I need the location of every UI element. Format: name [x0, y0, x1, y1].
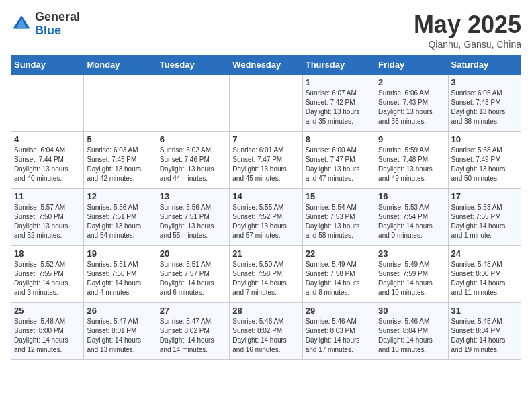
- calendar-cell: 25Sunrise: 5:48 AM Sunset: 8:00 PM Dayli…: [11, 303, 84, 360]
- day-info: Sunrise: 6:03 AM Sunset: 7:45 PM Dayligh…: [87, 146, 153, 183]
- day-info: Sunrise: 6:06 AM Sunset: 7:43 PM Dayligh…: [378, 89, 445, 126]
- day-info: Sunrise: 5:54 AM Sunset: 7:53 PM Dayligh…: [306, 203, 372, 240]
- day-info: Sunrise: 5:48 AM Sunset: 8:00 PM Dayligh…: [14, 317, 81, 355]
- day-info: Sunrise: 5:47 AM Sunset: 8:01 PM Dayligh…: [87, 317, 153, 355]
- calendar-cell: 13Sunrise: 5:56 AM Sunset: 7:51 PM Dayli…: [157, 189, 229, 246]
- calendar-cell: 15Sunrise: 5:54 AM Sunset: 7:53 PM Dayli…: [302, 189, 375, 246]
- day-number: 15: [306, 191, 372, 201]
- day-number: 8: [306, 134, 372, 144]
- calendar-cell: 8Sunrise: 6:00 AM Sunset: 7:47 PM Daylig…: [302, 132, 375, 189]
- logo-blue-text: Blue: [35, 24, 80, 38]
- calendar-cell: 14Sunrise: 5:55 AM Sunset: 7:52 PM Dayli…: [230, 189, 302, 246]
- day-info: Sunrise: 5:52 AM Sunset: 7:55 PM Dayligh…: [14, 260, 81, 298]
- calendar-cell: 3Sunrise: 6:05 AM Sunset: 7:43 PM Daylig…: [448, 75, 521, 132]
- day-number: 18: [14, 248, 81, 259]
- calendar-cell: 28Sunrise: 5:46 AM Sunset: 8:02 PM Dayli…: [230, 303, 302, 360]
- day-number: 25: [14, 306, 81, 316]
- weekday-header-thursday: Thursday: [302, 56, 375, 75]
- weekday-header-friday: Friday: [375, 56, 448, 75]
- calendar-cell: 23Sunrise: 5:49 AM Sunset: 7:59 PM Dayli…: [375, 246, 448, 303]
- day-info: Sunrise: 6:00 AM Sunset: 7:47 PM Dayligh…: [306, 146, 372, 183]
- calendar-cell: 26Sunrise: 5:47 AM Sunset: 8:01 PM Dayli…: [84, 303, 157, 360]
- day-info: Sunrise: 5:46 AM Sunset: 8:03 PM Dayligh…: [306, 317, 372, 355]
- calendar-cell: 5Sunrise: 6:03 AM Sunset: 7:45 PM Daylig…: [84, 132, 157, 189]
- calendar-cell: 19Sunrise: 5:51 AM Sunset: 7:56 PM Dayli…: [84, 246, 157, 303]
- day-number: 16: [378, 191, 445, 201]
- day-info: Sunrise: 5:49 AM Sunset: 7:59 PM Dayligh…: [378, 260, 445, 298]
- day-number: 17: [451, 191, 518, 201]
- day-number: 11: [14, 191, 81, 201]
- calendar-cell: [11, 75, 84, 132]
- calendar-cell: 2Sunrise: 6:06 AM Sunset: 7:43 PM Daylig…: [375, 75, 448, 132]
- day-info: Sunrise: 5:47 AM Sunset: 8:02 PM Dayligh…: [160, 317, 226, 355]
- day-number: 29: [306, 306, 372, 316]
- day-info: Sunrise: 5:55 AM Sunset: 7:52 PM Dayligh…: [232, 203, 299, 240]
- logo-text: General Blue: [35, 11, 80, 38]
- calendar-cell: 4Sunrise: 6:04 AM Sunset: 7:44 PM Daylig…: [11, 132, 84, 189]
- calendar-cell: 6Sunrise: 6:02 AM Sunset: 7:46 PM Daylig…: [157, 132, 229, 189]
- day-info: Sunrise: 6:02 AM Sunset: 7:46 PM Dayligh…: [160, 146, 226, 183]
- day-number: 30: [378, 306, 445, 316]
- day-info: Sunrise: 6:05 AM Sunset: 7:43 PM Dayligh…: [451, 89, 518, 126]
- day-info: Sunrise: 6:04 AM Sunset: 7:44 PM Dayligh…: [14, 146, 81, 183]
- day-info: Sunrise: 5:53 AM Sunset: 7:54 PM Dayligh…: [378, 203, 445, 240]
- calendar-cell: 27Sunrise: 5:47 AM Sunset: 8:02 PM Dayli…: [157, 303, 229, 360]
- day-info: Sunrise: 5:48 AM Sunset: 8:00 PM Dayligh…: [451, 260, 518, 298]
- day-info: Sunrise: 5:53 AM Sunset: 7:55 PM Dayligh…: [451, 203, 518, 240]
- day-info: Sunrise: 5:51 AM Sunset: 7:57 PM Dayligh…: [160, 260, 226, 298]
- day-info: Sunrise: 5:51 AM Sunset: 7:56 PM Dayligh…: [87, 260, 153, 298]
- day-number: 6: [160, 134, 226, 144]
- weekday-header-tuesday: Tuesday: [157, 56, 229, 75]
- day-info: Sunrise: 6:01 AM Sunset: 7:47 PM Dayligh…: [232, 146, 299, 183]
- month-title: May 2025: [414, 11, 521, 39]
- calendar-cell: 22Sunrise: 5:49 AM Sunset: 7:58 PM Dayli…: [302, 246, 375, 303]
- weekday-header-wednesday: Wednesday: [230, 56, 302, 75]
- calendar-cell: 30Sunrise: 5:46 AM Sunset: 8:04 PM Dayli…: [375, 303, 448, 360]
- day-info: Sunrise: 5:56 AM Sunset: 7:51 PM Dayligh…: [87, 203, 153, 240]
- day-number: 10: [451, 134, 518, 144]
- day-info: Sunrise: 5:45 AM Sunset: 8:04 PM Dayligh…: [451, 317, 518, 355]
- day-info: Sunrise: 5:58 AM Sunset: 7:49 PM Dayligh…: [451, 146, 518, 183]
- day-number: 24: [451, 248, 518, 259]
- page-header: General Blue May 2025 Qianhu, Gansu, Chi…: [11, 11, 521, 50]
- calendar-cell: 31Sunrise: 5:45 AM Sunset: 8:04 PM Dayli…: [448, 303, 521, 360]
- day-number: 9: [378, 134, 445, 144]
- day-number: 4: [14, 134, 81, 144]
- day-number: 26: [87, 306, 153, 316]
- calendar-cell: 1Sunrise: 6:07 AM Sunset: 7:42 PM Daylig…: [302, 75, 375, 132]
- calendar-cell: 20Sunrise: 5:51 AM Sunset: 7:57 PM Dayli…: [157, 246, 229, 303]
- calendar-week-3: 11Sunrise: 5:57 AM Sunset: 7:50 PM Dayli…: [11, 189, 521, 246]
- day-info: Sunrise: 5:56 AM Sunset: 7:51 PM Dayligh…: [160, 203, 226, 240]
- day-number: 13: [160, 191, 226, 201]
- day-number: 7: [232, 134, 299, 144]
- day-number: 20: [160, 248, 226, 259]
- day-info: Sunrise: 5:46 AM Sunset: 8:04 PM Dayligh…: [378, 317, 445, 355]
- calendar-week-2: 4Sunrise: 6:04 AM Sunset: 7:44 PM Daylig…: [11, 132, 521, 189]
- day-number: 12: [87, 191, 153, 201]
- weekday-header-saturday: Saturday: [448, 56, 521, 75]
- day-info: Sunrise: 6:07 AM Sunset: 7:42 PM Dayligh…: [306, 89, 372, 126]
- calendar-week-4: 18Sunrise: 5:52 AM Sunset: 7:55 PM Dayli…: [11, 246, 521, 303]
- weekday-header-row: SundayMondayTuesdayWednesdayThursdayFrid…: [11, 56, 521, 75]
- day-number: 19: [87, 248, 153, 259]
- calendar-table: SundayMondayTuesdayWednesdayThursdayFrid…: [11, 55, 521, 360]
- weekday-header-sunday: Sunday: [11, 56, 84, 75]
- calendar-week-5: 25Sunrise: 5:48 AM Sunset: 8:00 PM Dayli…: [11, 303, 521, 360]
- calendar-cell: 10Sunrise: 5:58 AM Sunset: 7:49 PM Dayli…: [448, 132, 521, 189]
- calendar-cell: 18Sunrise: 5:52 AM Sunset: 7:55 PM Dayli…: [11, 246, 84, 303]
- day-info: Sunrise: 5:59 AM Sunset: 7:48 PM Dayligh…: [378, 146, 445, 183]
- weekday-header-monday: Monday: [84, 56, 157, 75]
- day-number: 5: [87, 134, 153, 144]
- day-number: 22: [306, 248, 372, 259]
- calendar-cell: 11Sunrise: 5:57 AM Sunset: 7:50 PM Dayli…: [11, 189, 84, 246]
- day-number: 21: [232, 248, 299, 259]
- day-info: Sunrise: 5:46 AM Sunset: 8:02 PM Dayligh…: [232, 317, 299, 355]
- calendar-cell: 16Sunrise: 5:53 AM Sunset: 7:54 PM Dayli…: [375, 189, 448, 246]
- logo-icon: [11, 13, 32, 35]
- calendar-cell: 29Sunrise: 5:46 AM Sunset: 8:03 PM Dayli…: [302, 303, 375, 360]
- day-number: 27: [160, 306, 226, 316]
- logo: General Blue: [11, 11, 80, 38]
- calendar-cell: 12Sunrise: 5:56 AM Sunset: 7:51 PM Dayli…: [84, 189, 157, 246]
- title-block: May 2025 Qianhu, Gansu, China: [414, 11, 521, 50]
- day-info: Sunrise: 5:49 AM Sunset: 7:58 PM Dayligh…: [306, 260, 372, 298]
